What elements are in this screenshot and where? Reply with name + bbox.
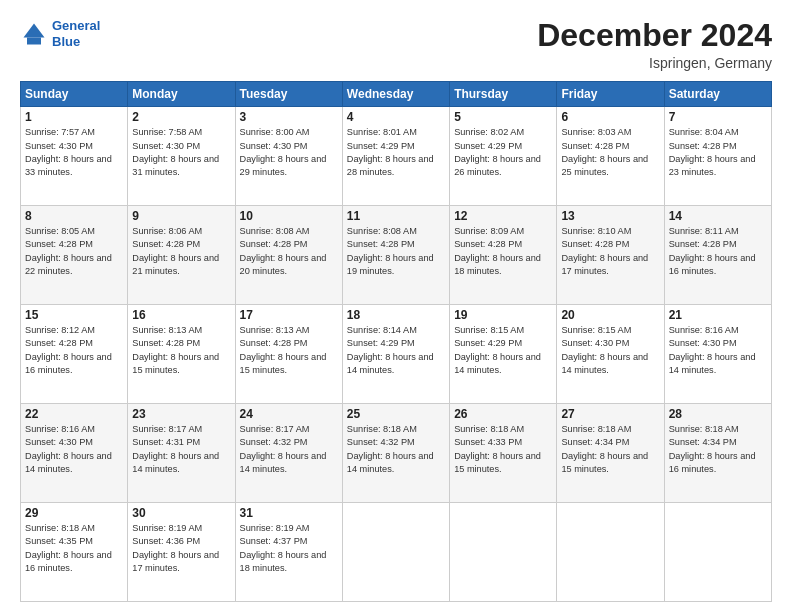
day-info: Sunrise: 8:01 AMSunset: 4:29 PMDaylight:…: [347, 126, 445, 179]
month-title: December 2024: [537, 18, 772, 53]
day-info: Sunrise: 8:16 AMSunset: 4:30 PMDaylight:…: [669, 324, 767, 377]
calendar-cell: 3Sunrise: 8:00 AMSunset: 4:30 PMDaylight…: [235, 107, 342, 206]
day-info: Sunrise: 8:00 AMSunset: 4:30 PMDaylight:…: [240, 126, 338, 179]
logo-icon: [20, 20, 48, 48]
week-row-5: 29Sunrise: 8:18 AMSunset: 4:35 PMDayligh…: [21, 503, 772, 602]
calendar-cell: 18Sunrise: 8:14 AMSunset: 4:29 PMDayligh…: [342, 305, 449, 404]
weekday-header-monday: Monday: [128, 82, 235, 107]
weekday-header-thursday: Thursday: [450, 82, 557, 107]
day-number: 31: [240, 506, 338, 520]
day-number: 5: [454, 110, 552, 124]
calendar-cell: 29Sunrise: 8:18 AMSunset: 4:35 PMDayligh…: [21, 503, 128, 602]
calendar-cell: 2Sunrise: 7:58 AMSunset: 4:30 PMDaylight…: [128, 107, 235, 206]
day-info: Sunrise: 8:10 AMSunset: 4:28 PMDaylight:…: [561, 225, 659, 278]
calendar-cell: 27Sunrise: 8:18 AMSunset: 4:34 PMDayligh…: [557, 404, 664, 503]
week-row-3: 15Sunrise: 8:12 AMSunset: 4:28 PMDayligh…: [21, 305, 772, 404]
day-info: Sunrise: 8:04 AMSunset: 4:28 PMDaylight:…: [669, 126, 767, 179]
day-info: Sunrise: 8:02 AMSunset: 4:29 PMDaylight:…: [454, 126, 552, 179]
calendar-cell: 17Sunrise: 8:13 AMSunset: 4:28 PMDayligh…: [235, 305, 342, 404]
day-info: Sunrise: 8:15 AMSunset: 4:30 PMDaylight:…: [561, 324, 659, 377]
calendar-cell: 30Sunrise: 8:19 AMSunset: 4:36 PMDayligh…: [128, 503, 235, 602]
weekday-header-sunday: Sunday: [21, 82, 128, 107]
day-number: 29: [25, 506, 123, 520]
day-info: Sunrise: 8:18 AMSunset: 4:34 PMDaylight:…: [669, 423, 767, 476]
logo-line1: General: [52, 18, 100, 33]
weekday-header-saturday: Saturday: [664, 82, 771, 107]
calendar-cell: 9Sunrise: 8:06 AMSunset: 4:28 PMDaylight…: [128, 206, 235, 305]
day-info: Sunrise: 8:19 AMSunset: 4:37 PMDaylight:…: [240, 522, 338, 575]
page: General Blue December 2024 Ispringen, Ge…: [0, 0, 792, 612]
day-info: Sunrise: 8:08 AMSunset: 4:28 PMDaylight:…: [240, 225, 338, 278]
weekday-header-tuesday: Tuesday: [235, 82, 342, 107]
calendar-cell: [342, 503, 449, 602]
day-info: Sunrise: 8:09 AMSunset: 4:28 PMDaylight:…: [454, 225, 552, 278]
calendar-cell: 23Sunrise: 8:17 AMSunset: 4:31 PMDayligh…: [128, 404, 235, 503]
day-number: 1: [25, 110, 123, 124]
calendar-cell: 12Sunrise: 8:09 AMSunset: 4:28 PMDayligh…: [450, 206, 557, 305]
day-number: 13: [561, 209, 659, 223]
calendar-cell: 13Sunrise: 8:10 AMSunset: 4:28 PMDayligh…: [557, 206, 664, 305]
logo: General Blue: [20, 18, 100, 49]
day-number: 19: [454, 308, 552, 322]
calendar-cell: 19Sunrise: 8:15 AMSunset: 4:29 PMDayligh…: [450, 305, 557, 404]
day-info: Sunrise: 8:18 AMSunset: 4:34 PMDaylight:…: [561, 423, 659, 476]
weekday-header-friday: Friday: [557, 82, 664, 107]
calendar-cell: [557, 503, 664, 602]
calendar-cell: 4Sunrise: 8:01 AMSunset: 4:29 PMDaylight…: [342, 107, 449, 206]
calendar-cell: 7Sunrise: 8:04 AMSunset: 4:28 PMDaylight…: [664, 107, 771, 206]
day-info: Sunrise: 8:11 AMSunset: 4:28 PMDaylight:…: [669, 225, 767, 278]
day-number: 22: [25, 407, 123, 421]
calendar-cell: 21Sunrise: 8:16 AMSunset: 4:30 PMDayligh…: [664, 305, 771, 404]
weekday-header-wednesday: Wednesday: [342, 82, 449, 107]
logo-text: General Blue: [52, 18, 100, 49]
day-info: Sunrise: 8:18 AMSunset: 4:35 PMDaylight:…: [25, 522, 123, 575]
day-info: Sunrise: 8:18 AMSunset: 4:33 PMDaylight:…: [454, 423, 552, 476]
day-info: Sunrise: 7:58 AMSunset: 4:30 PMDaylight:…: [132, 126, 230, 179]
weekday-header-row: SundayMondayTuesdayWednesdayThursdayFrid…: [21, 82, 772, 107]
day-number: 15: [25, 308, 123, 322]
day-info: Sunrise: 8:15 AMSunset: 4:29 PMDaylight:…: [454, 324, 552, 377]
calendar-cell: [450, 503, 557, 602]
day-info: Sunrise: 8:03 AMSunset: 4:28 PMDaylight:…: [561, 126, 659, 179]
logo-line2: Blue: [52, 34, 80, 49]
title-block: December 2024 Ispringen, Germany: [537, 18, 772, 71]
day-number: 27: [561, 407, 659, 421]
day-info: Sunrise: 8:14 AMSunset: 4:29 PMDaylight:…: [347, 324, 445, 377]
header: General Blue December 2024 Ispringen, Ge…: [20, 18, 772, 71]
day-info: Sunrise: 8:16 AMSunset: 4:30 PMDaylight:…: [25, 423, 123, 476]
week-row-2: 8Sunrise: 8:05 AMSunset: 4:28 PMDaylight…: [21, 206, 772, 305]
calendar-cell: 5Sunrise: 8:02 AMSunset: 4:29 PMDaylight…: [450, 107, 557, 206]
day-number: 14: [669, 209, 767, 223]
day-number: 24: [240, 407, 338, 421]
day-number: 25: [347, 407, 445, 421]
day-info: Sunrise: 7:57 AMSunset: 4:30 PMDaylight:…: [25, 126, 123, 179]
calendar-cell: 11Sunrise: 8:08 AMSunset: 4:28 PMDayligh…: [342, 206, 449, 305]
day-info: Sunrise: 8:19 AMSunset: 4:36 PMDaylight:…: [132, 522, 230, 575]
day-info: Sunrise: 8:17 AMSunset: 4:31 PMDaylight:…: [132, 423, 230, 476]
calendar-cell: 20Sunrise: 8:15 AMSunset: 4:30 PMDayligh…: [557, 305, 664, 404]
calendar-cell: 16Sunrise: 8:13 AMSunset: 4:28 PMDayligh…: [128, 305, 235, 404]
day-number: 18: [347, 308, 445, 322]
day-number: 3: [240, 110, 338, 124]
day-number: 16: [132, 308, 230, 322]
day-info: Sunrise: 8:08 AMSunset: 4:28 PMDaylight:…: [347, 225, 445, 278]
week-row-4: 22Sunrise: 8:16 AMSunset: 4:30 PMDayligh…: [21, 404, 772, 503]
location-title: Ispringen, Germany: [537, 55, 772, 71]
calendar-cell: 1Sunrise: 7:57 AMSunset: 4:30 PMDaylight…: [21, 107, 128, 206]
calendar-cell: 24Sunrise: 8:17 AMSunset: 4:32 PMDayligh…: [235, 404, 342, 503]
day-number: 10: [240, 209, 338, 223]
week-row-1: 1Sunrise: 7:57 AMSunset: 4:30 PMDaylight…: [21, 107, 772, 206]
day-info: Sunrise: 8:18 AMSunset: 4:32 PMDaylight:…: [347, 423, 445, 476]
day-number: 8: [25, 209, 123, 223]
calendar: SundayMondayTuesdayWednesdayThursdayFrid…: [20, 81, 772, 602]
calendar-cell: 8Sunrise: 8:05 AMSunset: 4:28 PMDaylight…: [21, 206, 128, 305]
day-number: 6: [561, 110, 659, 124]
calendar-cell: 31Sunrise: 8:19 AMSunset: 4:37 PMDayligh…: [235, 503, 342, 602]
day-number: 11: [347, 209, 445, 223]
day-info: Sunrise: 8:17 AMSunset: 4:32 PMDaylight:…: [240, 423, 338, 476]
day-number: 12: [454, 209, 552, 223]
calendar-cell: 26Sunrise: 8:18 AMSunset: 4:33 PMDayligh…: [450, 404, 557, 503]
day-number: 17: [240, 308, 338, 322]
day-number: 23: [132, 407, 230, 421]
calendar-cell: 14Sunrise: 8:11 AMSunset: 4:28 PMDayligh…: [664, 206, 771, 305]
